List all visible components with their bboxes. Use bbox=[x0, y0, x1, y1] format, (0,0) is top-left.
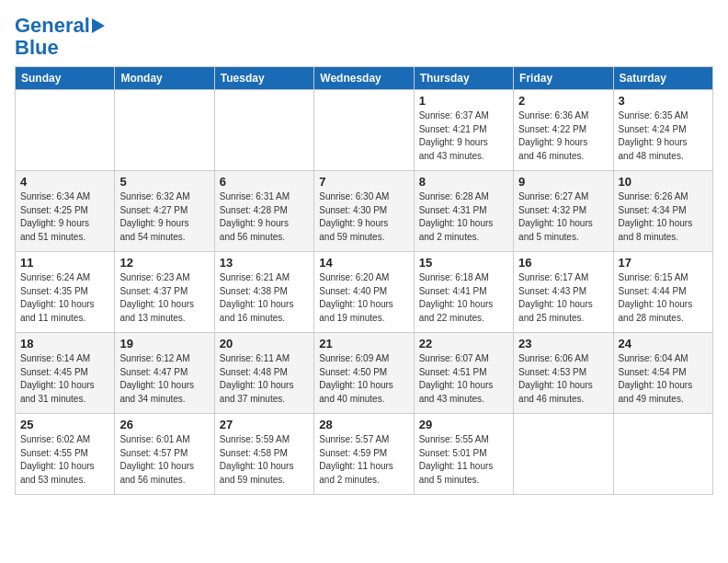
day-number: 20 bbox=[220, 337, 309, 350]
page-header: General Blue bbox=[15, 15, 713, 59]
day-number: 27 bbox=[220, 418, 309, 431]
calendar-day-cell: 7Sunrise: 6:30 AM Sunset: 4:30 PM Daylig… bbox=[314, 171, 414, 252]
logo-blue-text: Blue bbox=[15, 37, 59, 59]
calendar-day-cell: 14Sunrise: 6:20 AM Sunset: 4:40 PM Dayli… bbox=[314, 252, 414, 333]
day-number: 15 bbox=[419, 256, 508, 270]
weekday-header-row: SundayMondayTuesdayWednesdayThursdayFrid… bbox=[16, 67, 713, 90]
calendar-week-row: 11Sunrise: 6:24 AM Sunset: 4:35 PM Dayli… bbox=[16, 252, 713, 333]
day-info: Sunrise: 6:24 AM Sunset: 4:35 PM Dayligh… bbox=[20, 271, 109, 325]
logo: General Blue bbox=[15, 15, 105, 59]
day-number: 14 bbox=[319, 256, 408, 270]
day-info: Sunrise: 6:17 AM Sunset: 4:43 PM Dayligh… bbox=[518, 271, 608, 325]
calendar-day-cell: 4Sunrise: 6:34 AM Sunset: 4:25 PM Daylig… bbox=[16, 171, 115, 252]
day-number: 21 bbox=[319, 337, 408, 350]
day-info: Sunrise: 6:14 AM Sunset: 4:45 PM Dayligh… bbox=[20, 352, 109, 406]
day-info: Sunrise: 5:55 AM Sunset: 5:01 PM Dayligh… bbox=[419, 433, 508, 487]
calendar-day-cell: 15Sunrise: 6:18 AM Sunset: 4:41 PM Dayli… bbox=[414, 252, 513, 333]
day-info: Sunrise: 6:23 AM Sunset: 4:37 PM Dayligh… bbox=[119, 271, 209, 325]
day-info: Sunrise: 6:26 AM Sunset: 4:34 PM Dayligh… bbox=[619, 190, 708, 244]
weekday-header-cell: Thursday bbox=[414, 67, 513, 90]
calendar-day-cell bbox=[613, 414, 712, 495]
day-info: Sunrise: 6:21 AM Sunset: 4:38 PM Dayligh… bbox=[220, 271, 309, 325]
day-number: 18 bbox=[20, 337, 109, 350]
day-number: 26 bbox=[119, 418, 209, 431]
day-info: Sunrise: 6:12 AM Sunset: 4:47 PM Dayligh… bbox=[119, 352, 209, 406]
calendar-day-cell bbox=[115, 90, 214, 171]
day-number: 29 bbox=[419, 418, 508, 431]
calendar-day-cell: 28Sunrise: 5:57 AM Sunset: 4:59 PM Dayli… bbox=[314, 414, 414, 495]
day-info: Sunrise: 6:36 AM Sunset: 4:22 PM Dayligh… bbox=[518, 109, 608, 163]
calendar-day-cell: 25Sunrise: 6:02 AM Sunset: 4:55 PM Dayli… bbox=[16, 414, 115, 495]
calendar-day-cell: 12Sunrise: 6:23 AM Sunset: 4:37 PM Dayli… bbox=[115, 252, 214, 333]
calendar-day-cell: 20Sunrise: 6:11 AM Sunset: 4:48 PM Dayli… bbox=[214, 333, 313, 414]
day-number: 23 bbox=[518, 337, 608, 350]
calendar-day-cell: 19Sunrise: 6:12 AM Sunset: 4:47 PM Dayli… bbox=[115, 333, 214, 414]
day-info: Sunrise: 6:06 AM Sunset: 4:53 PM Dayligh… bbox=[518, 352, 608, 406]
day-info: Sunrise: 6:34 AM Sunset: 4:25 PM Dayligh… bbox=[20, 190, 109, 244]
day-number: 17 bbox=[619, 256, 708, 270]
weekday-header-cell: Friday bbox=[514, 67, 613, 90]
day-number: 24 bbox=[619, 337, 708, 350]
day-info: Sunrise: 5:59 AM Sunset: 4:58 PM Dayligh… bbox=[220, 433, 309, 487]
calendar-day-cell: 16Sunrise: 6:17 AM Sunset: 4:43 PM Dayli… bbox=[514, 252, 613, 333]
calendar-day-cell: 9Sunrise: 6:27 AM Sunset: 4:32 PM Daylig… bbox=[514, 171, 613, 252]
day-info: Sunrise: 6:35 AM Sunset: 4:24 PM Dayligh… bbox=[619, 109, 708, 163]
calendar-day-cell bbox=[214, 90, 313, 171]
calendar-day-cell bbox=[314, 90, 414, 171]
day-number: 2 bbox=[518, 94, 608, 108]
calendar-week-row: 18Sunrise: 6:14 AM Sunset: 4:45 PM Dayli… bbox=[16, 333, 713, 414]
logo-text: General bbox=[15, 15, 90, 37]
day-info: Sunrise: 6:28 AM Sunset: 4:31 PM Dayligh… bbox=[419, 190, 508, 244]
day-number: 6 bbox=[220, 175, 309, 189]
day-info: Sunrise: 6:18 AM Sunset: 4:41 PM Dayligh… bbox=[419, 271, 508, 325]
weekday-header-cell: Saturday bbox=[613, 67, 712, 90]
calendar-week-row: 25Sunrise: 6:02 AM Sunset: 4:55 PM Dayli… bbox=[16, 414, 713, 495]
day-info: Sunrise: 6:31 AM Sunset: 4:28 PM Dayligh… bbox=[220, 190, 309, 244]
weekday-header-cell: Monday bbox=[115, 67, 214, 90]
day-number: 25 bbox=[20, 418, 109, 431]
calendar-day-cell: 21Sunrise: 6:09 AM Sunset: 4:50 PM Dayli… bbox=[314, 333, 414, 414]
day-number: 13 bbox=[220, 256, 309, 270]
day-number: 10 bbox=[619, 175, 708, 189]
day-info: Sunrise: 6:30 AM Sunset: 4:30 PM Dayligh… bbox=[319, 190, 408, 244]
logo-arrow-icon bbox=[92, 18, 105, 33]
calendar-day-cell: 6Sunrise: 6:31 AM Sunset: 4:28 PM Daylig… bbox=[214, 171, 313, 252]
day-info: Sunrise: 6:27 AM Sunset: 4:32 PM Dayligh… bbox=[518, 190, 608, 244]
calendar-day-cell bbox=[16, 90, 115, 171]
day-number: 22 bbox=[419, 337, 508, 350]
day-info: Sunrise: 6:32 AM Sunset: 4:27 PM Dayligh… bbox=[119, 190, 209, 244]
calendar-day-cell: 29Sunrise: 5:55 AM Sunset: 5:01 PM Dayli… bbox=[414, 414, 513, 495]
calendar-week-row: 4Sunrise: 6:34 AM Sunset: 4:25 PM Daylig… bbox=[16, 171, 713, 252]
calendar-day-cell: 8Sunrise: 6:28 AM Sunset: 4:31 PM Daylig… bbox=[414, 171, 513, 252]
calendar-day-cell: 23Sunrise: 6:06 AM Sunset: 4:53 PM Dayli… bbox=[514, 333, 613, 414]
day-number: 16 bbox=[518, 256, 608, 270]
calendar-day-cell: 13Sunrise: 6:21 AM Sunset: 4:38 PM Dayli… bbox=[214, 252, 313, 333]
calendar-day-cell: 24Sunrise: 6:04 AM Sunset: 4:54 PM Dayli… bbox=[613, 333, 712, 414]
day-number: 28 bbox=[319, 418, 408, 431]
calendar-body: 1Sunrise: 6:37 AM Sunset: 4:21 PM Daylig… bbox=[16, 90, 713, 495]
calendar-table: SundayMondayTuesdayWednesdayThursdayFrid… bbox=[15, 66, 713, 495]
calendar-day-cell: 17Sunrise: 6:15 AM Sunset: 4:44 PM Dayli… bbox=[613, 252, 712, 333]
day-info: Sunrise: 6:01 AM Sunset: 4:57 PM Dayligh… bbox=[119, 433, 209, 487]
day-number: 7 bbox=[319, 175, 408, 189]
day-number: 3 bbox=[619, 94, 708, 108]
day-info: Sunrise: 6:20 AM Sunset: 4:40 PM Dayligh… bbox=[319, 271, 408, 325]
day-number: 11 bbox=[20, 256, 109, 270]
day-number: 19 bbox=[119, 337, 209, 350]
day-info: Sunrise: 6:07 AM Sunset: 4:51 PM Dayligh… bbox=[419, 352, 508, 406]
day-info: Sunrise: 6:37 AM Sunset: 4:21 PM Dayligh… bbox=[419, 109, 508, 163]
calendar-day-cell: 5Sunrise: 6:32 AM Sunset: 4:27 PM Daylig… bbox=[115, 171, 214, 252]
day-number: 9 bbox=[518, 175, 608, 189]
day-number: 12 bbox=[119, 256, 209, 270]
calendar-day-cell: 1Sunrise: 6:37 AM Sunset: 4:21 PM Daylig… bbox=[414, 90, 513, 171]
day-number: 1 bbox=[419, 94, 508, 108]
calendar-week-row: 1Sunrise: 6:37 AM Sunset: 4:21 PM Daylig… bbox=[16, 90, 713, 171]
day-info: Sunrise: 6:02 AM Sunset: 4:55 PM Dayligh… bbox=[20, 433, 109, 487]
calendar-day-cell: 10Sunrise: 6:26 AM Sunset: 4:34 PM Dayli… bbox=[613, 171, 712, 252]
day-info: Sunrise: 6:11 AM Sunset: 4:48 PM Dayligh… bbox=[220, 352, 309, 406]
calendar-day-cell: 18Sunrise: 6:14 AM Sunset: 4:45 PM Dayli… bbox=[16, 333, 115, 414]
calendar-day-cell: 26Sunrise: 6:01 AM Sunset: 4:57 PM Dayli… bbox=[115, 414, 214, 495]
calendar-day-cell: 27Sunrise: 5:59 AM Sunset: 4:58 PM Dayli… bbox=[214, 414, 313, 495]
day-info: Sunrise: 6:15 AM Sunset: 4:44 PM Dayligh… bbox=[619, 271, 708, 325]
weekday-header-cell: Wednesday bbox=[314, 67, 414, 90]
